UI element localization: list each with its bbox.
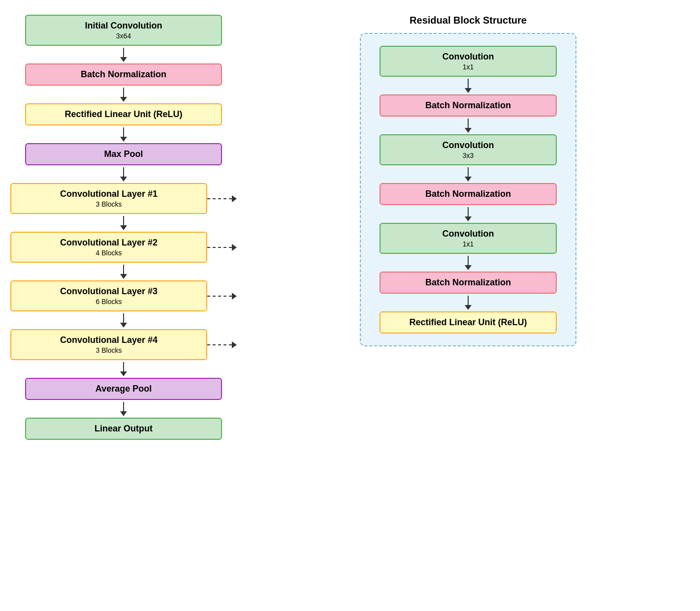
conv-layer-3-row: Convolutional Layer #3 6 Blocks: [10, 280, 237, 311]
node-conv-layer-1: Convolutional Layer #1 3 Blocks: [10, 183, 207, 214]
dashed-arrowhead-4: [232, 341, 237, 348]
arrow-3: [120, 165, 127, 183]
residual-box: Convolution 1x1 Batch Normalization Conv…: [360, 33, 576, 346]
conv-layer-4-row: Convolutional Layer #4 3 Blocks: [10, 329, 237, 360]
arrow-6: [120, 311, 127, 329]
node-title-conv-layer-4: Convolutional Layer #4: [60, 335, 158, 345]
arrow-r0: [465, 77, 472, 94]
node-title-conv-1x1-a: Convolution: [443, 52, 494, 62]
node-initial-conv: Initial Convolution 3x64: [25, 15, 222, 46]
left-column: Initial Convolution 3x64 Batch Normaliza…: [10, 15, 237, 440]
dashed-arrow-2: [207, 244, 237, 251]
arrow-0: [120, 46, 127, 63]
dashed-line-1: [207, 198, 232, 199]
node-title-conv-1x1-b: Convolution: [443, 229, 494, 239]
node-title-max-pool: Max Pool: [104, 149, 143, 159]
node-title-batch-norm-0: Batch Normalization: [81, 69, 166, 80]
node-title-conv-layer-1: Convolutional Layer #1: [60, 189, 158, 199]
arrow-r1: [465, 117, 472, 134]
arrow-5: [120, 263, 127, 280]
node-title-initial-conv: Initial Convolution: [85, 21, 162, 31]
right-section: Residual Block Structure Convolution 1x1…: [237, 15, 690, 346]
node-batch-norm-2: Batch Normalization: [380, 183, 557, 205]
node-batch-norm-0: Batch Normalization: [25, 63, 222, 86]
node-title-batch-norm-1: Batch Normalization: [425, 100, 511, 111]
node-title-conv-layer-3: Convolutional Layer #3: [60, 286, 158, 297]
node-title-conv-3x3: Convolution: [443, 140, 494, 151]
node-max-pool: Max Pool: [25, 143, 222, 165]
arrow-1: [120, 86, 127, 103]
diagram-container: Initial Convolution 3x64 Batch Normaliza…: [10, 15, 690, 440]
arrow-r2: [465, 165, 472, 183]
dashed-line-2: [207, 247, 232, 248]
node-avg-pool: Average Pool: [25, 378, 222, 400]
node-sub-conv-layer-2: 4 Blocks: [96, 249, 122, 257]
arrow-r5: [465, 294, 472, 311]
arrow-2: [120, 125, 127, 143]
dashed-arrow-4: [207, 341, 237, 348]
conv-layer-1-row: Convolutional Layer #1 3 Blocks: [10, 183, 237, 214]
dashed-arrow-1: [207, 195, 237, 202]
dashed-line-4: [207, 344, 232, 345]
node-title-linear-output: Linear Output: [95, 424, 153, 434]
node-conv-layer-4: Convolutional Layer #4 3 Blocks: [10, 329, 207, 360]
dashed-arrowhead-1: [232, 195, 237, 202]
arrow-8: [120, 400, 127, 418]
dashed-arrowhead-3: [232, 293, 237, 300]
node-linear-output: Linear Output: [25, 418, 222, 440]
node-sub-conv-1x1-a: 1x1: [463, 63, 474, 71]
arrow-4: [120, 214, 127, 232]
node-batch-norm-3: Batch Normalization: [380, 272, 557, 294]
arrow-7: [120, 360, 127, 378]
node-sub-conv-layer-4: 3 Blocks: [96, 346, 122, 354]
dashed-line-3: [207, 296, 232, 297]
node-sub-conv-layer-1: 3 Blocks: [96, 200, 122, 208]
node-conv-layer-2: Convolutional Layer #2 4 Blocks: [10, 232, 207, 263]
node-conv-layer-3: Convolutional Layer #3 6 Blocks: [10, 280, 207, 311]
dashed-arrowhead-2: [232, 244, 237, 251]
node-sub-initial-conv: 3x64: [116, 32, 131, 40]
residual-block-title: Residual Block Structure: [410, 15, 527, 26]
node-title-relu-1: Rectified Linear Unit (ReLU): [409, 317, 527, 328]
node-sub-conv-layer-3: 6 Blocks: [96, 298, 122, 306]
node-title-batch-norm-2: Batch Normalization: [425, 189, 511, 199]
node-conv-1x1-b: Convolution 1x1: [380, 223, 557, 254]
conv-layer-2-row: Convolutional Layer #2 4 Blocks: [10, 232, 237, 263]
node-relu-1: Rectified Linear Unit (ReLU): [380, 311, 557, 334]
node-sub-conv-1x1-b: 1x1: [463, 240, 474, 248]
node-title-conv-layer-2: Convolutional Layer #2: [60, 238, 158, 248]
arrow-r4: [465, 254, 472, 272]
node-title-relu-0: Rectified Linear Unit (ReLU): [64, 109, 182, 120]
node-conv-3x3: Convolution 3x3: [380, 134, 557, 165]
node-batch-norm-1: Batch Normalization: [380, 94, 557, 117]
node-relu-0: Rectified Linear Unit (ReLU): [25, 103, 222, 125]
node-title-avg-pool: Average Pool: [95, 384, 152, 394]
node-sub-conv-3x3: 3x3: [463, 152, 474, 159]
node-conv-1x1-a: Convolution 1x1: [380, 46, 557, 77]
arrow-r3: [465, 205, 472, 223]
node-title-batch-norm-3: Batch Normalization: [425, 277, 511, 288]
dashed-arrow-3: [207, 293, 237, 300]
